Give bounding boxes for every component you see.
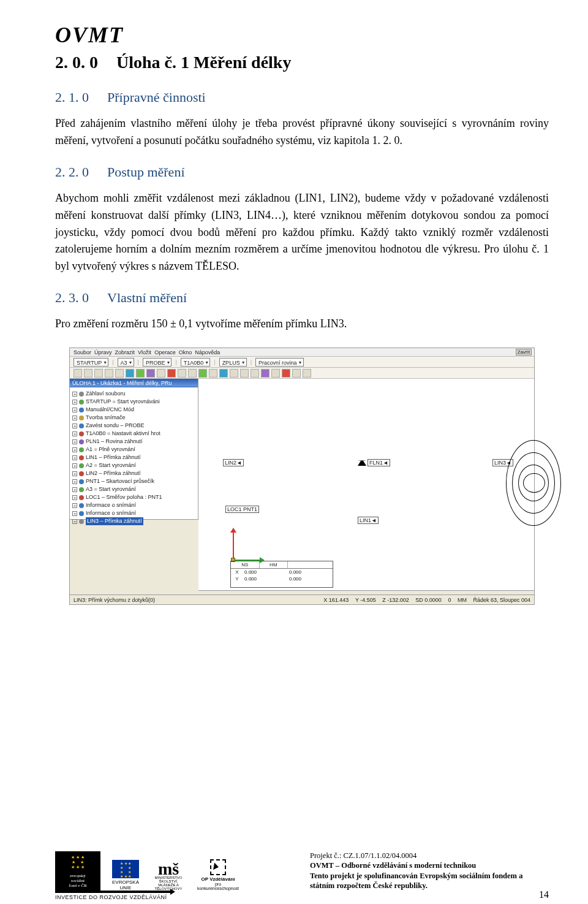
footer-logos: ★ ★ ★★ ★★ ★ ★ evropskýsociálnífond v ČR …	[55, 851, 243, 891]
coord-readout: NS HM X 0.000 0.000 Y 0.000 0.000	[230, 561, 333, 588]
label-lin2: LIN2◄	[223, 460, 244, 466]
tree-item[interactable]: +Zavést sondu – PROBE	[72, 422, 195, 430]
select-t1a0b0[interactable]: T1A0B0	[181, 358, 211, 367]
cbox-x-label: X	[231, 569, 243, 575]
tree-item[interactable]: +Informace o snímání	[72, 509, 195, 517]
tool-icon[interactable]	[94, 369, 103, 378]
menu-insert[interactable]: Vložit	[138, 349, 151, 355]
tool-icon[interactable]	[303, 369, 311, 378]
h2c-index: 2. 3. 0	[55, 290, 89, 305]
tool-icon[interactable]	[282, 369, 290, 378]
tree-item[interactable]: +PNT1 – Skartovací průsečík	[72, 477, 195, 485]
logo-op-vzdelavani: OP Vzdělávání pro konkurenceschopnost	[194, 859, 243, 891]
menu-edit[interactable]: Úpravy	[94, 349, 112, 355]
tool-icon[interactable]	[219, 369, 228, 378]
heading-2-prep: 2. 1. 0Přípravné činnosti	[55, 89, 549, 105]
tree-item[interactable]: +LIN3 – Přímka záhnutí	[72, 517, 195, 525]
footer-text: Projekt č.: CZ.1.07/1.1.02/04.0004 OVMT …	[310, 851, 549, 891]
select-workplane[interactable]: Pracovní rovina	[255, 358, 304, 367]
menu-view[interactable]: Zobrazit	[115, 349, 135, 355]
project-title: OVMT – Odborné vzdělávání s moderní tech…	[310, 860, 549, 870]
tree-item[interactable]: +LIN1 – Přímka záhnutí	[72, 454, 195, 461]
tree-item[interactable]: +LOC1 – Směřov poloha : PNT1	[72, 493, 195, 501]
label-lin1: LIN1◄	[358, 517, 379, 523]
tree-item[interactable]: +Tvorba snímače	[72, 414, 195, 422]
select-zplus[interactable]: ZPLUS	[219, 358, 247, 367]
program-tree[interactable]: +Záhlaví souboru+STARTUP = Start vyrovná…	[70, 387, 198, 528]
paragraph-3: Pro změření rozměru 150 ± 0,1 vytvoříme …	[55, 316, 549, 333]
cad-canvas[interactable]: LIN2◄ FLN1◄ LIN3◄ LIN1◄ LOC1 PNT1 NS HM	[198, 379, 534, 591]
part-outline	[500, 434, 537, 532]
h1-title: Úloha č. 1 Měření délky	[116, 53, 291, 72]
page-number: 14	[539, 889, 549, 900]
tree-item[interactable]: +A2 = Start vyrovnání	[72, 461, 195, 469]
logo-esf: ★ ★ ★★ ★★ ★ ★ evropskýsociálnífond v ČR	[55, 851, 100, 891]
heading-2-measure: 2. 3. 0Vlastní měření	[55, 290, 549, 306]
menu-help[interactable]: Nápověda	[195, 349, 220, 355]
tree-item[interactable]: +Manuální/CNC Mód	[72, 406, 195, 414]
paragraph-2: Abychom mohli změřit vzdálenost mezi zák…	[55, 190, 549, 275]
tree-item[interactable]: +Informace o snímání	[72, 501, 195, 509]
page: OVMT 2. 0. 0Úloha č. 1 Měření délky 2. 1…	[0, 0, 588, 904]
tool-icon[interactable]	[146, 369, 155, 378]
select-a3[interactable]: A3	[118, 358, 134, 367]
select-probe[interactable]: PROBE	[143, 358, 172, 367]
tree-item[interactable]: +PLN1 – Rovina záhnutí	[72, 438, 195, 446]
h1-index: 2. 0. 0	[55, 53, 98, 72]
tool-icon[interactable]	[115, 369, 124, 378]
paragraph-1: Před zahájením vlastního měření úlohy je…	[55, 115, 549, 150]
tool-icon[interactable]	[261, 369, 270, 378]
logo-investice: INVESTICE DO ROZVOJE VZDĚLÁVÁNÍ	[55, 891, 172, 900]
cbox-x-v1: 0.000	[243, 569, 288, 575]
tool-icon[interactable]	[84, 369, 92, 378]
tool-icon[interactable]	[240, 369, 249, 378]
h2b-title: Postup měření	[107, 164, 185, 180]
status-bar: LIN3: Přímk výchomu z dotyků(0) X 161.44…	[70, 594, 534, 604]
menu-window[interactable]: Okno	[179, 349, 192, 355]
logo-eu: EVROPSKÁ UNIE	[108, 860, 143, 891]
tool-icon[interactable]	[74, 369, 82, 378]
close-button[interactable]: Zavřít	[516, 349, 532, 355]
cbox-x-v2: 0.000	[288, 569, 333, 575]
menu-ops[interactable]: Operace	[154, 349, 176, 355]
tool-icon[interactable]	[188, 369, 197, 378]
tool-icon[interactable]	[126, 369, 134, 378]
tool-icon[interactable]	[271, 369, 280, 378]
cbox-y-label: Y	[231, 575, 243, 582]
tool-icon[interactable]	[198, 369, 207, 378]
app-menubar[interactable]: Soubor Úpravy Zobrazit Vložit Operace Ok…	[70, 348, 534, 357]
tool-icon[interactable]	[292, 369, 301, 378]
project-number: Projekt č.: CZ.1.07/1.1.02/04.0004	[310, 851, 549, 860]
cbox-h3	[288, 561, 333, 568]
tree-item[interactable]: +A1 = Plně vyrovnání	[72, 446, 195, 454]
select-startup[interactable]: STARTUP	[74, 358, 108, 367]
tool-icon[interactable]	[251, 369, 259, 378]
tree-item[interactable]: +T1A0B0 = Nastavit aktivní hrot	[72, 430, 195, 438]
label-loc1: LOC1 PNT1	[225, 506, 259, 512]
menu-file[interactable]: Soubor	[74, 349, 91, 355]
h2a-title: Přípravné činnosti	[107, 89, 206, 105]
tree-item[interactable]: +A3 = Start vyrovnání	[72, 485, 195, 493]
h2b-index: 2. 2. 0	[55, 164, 89, 180]
cbox-h1: NS	[231, 561, 260, 568]
cbox-y-v1: 0.000	[243, 575, 288, 582]
heading-1: 2. 0. 0Úloha č. 1 Měření délky	[55, 53, 549, 72]
tool-icon[interactable]	[136, 369, 145, 378]
tool-icon[interactable]	[105, 369, 113, 378]
tool-icon[interactable]	[167, 369, 176, 378]
tree-item[interactable]: +STARTUP = Start vyrovnáváni	[72, 398, 195, 406]
tool-icon[interactable]	[178, 369, 186, 378]
app-screenshot: Soubor Úpravy Zobrazit Vložit Operace Ok…	[69, 348, 535, 605]
tree-titlebar: ÚLOHA 1 - Ukázka1 - Měření délky, PRu	[70, 379, 198, 387]
toolbar-selects: STARTUP | A3 | PROBE | T1A0B0 | ZPLUS | …	[70, 357, 534, 368]
tree-item[interactable]: +LIN2 – Přímka záhnutí	[72, 469, 195, 477]
status-right: X 161.443 Y -4.505 Z -132.002 SD 0.0000 …	[318, 597, 530, 603]
tree-item[interactable]: +Záhlaví souboru	[72, 390, 195, 398]
tool-icon[interactable]	[157, 369, 165, 378]
label-fln1: FLN1◄	[358, 460, 390, 466]
cbox-h2: HM	[260, 561, 288, 568]
tool-icon[interactable]	[230, 369, 238, 378]
tool-icon[interactable]	[209, 369, 217, 378]
heading-2-method: 2. 2. 0Postup měření	[55, 164, 549, 180]
program-tree-pane: ÚLOHA 1 - Ukázka1 - Měření délky, PRu +Z…	[70, 379, 198, 520]
